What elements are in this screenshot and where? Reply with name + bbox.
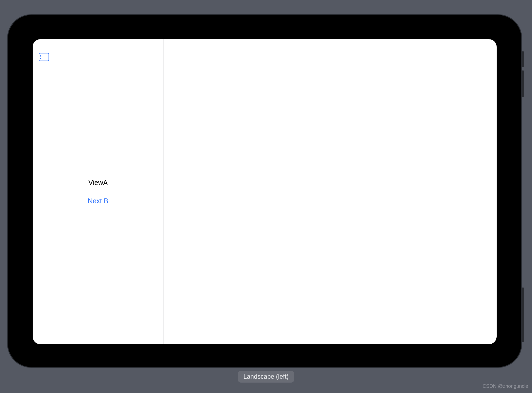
sidebar-toggle-button[interactable] xyxy=(38,51,50,63)
ipad-device-frame: ViewA Next B xyxy=(7,14,522,368)
sidebar-content: ViewA Next B xyxy=(33,179,163,205)
device-screen: ViewA Next B xyxy=(33,39,497,344)
sidebar-pane: ViewA Next B xyxy=(33,39,164,344)
orientation-label: Landscape (left) xyxy=(238,371,294,383)
watermark-text: CSDN @zhonguncle xyxy=(483,383,528,389)
detail-pane xyxy=(164,39,497,344)
view-title: ViewA xyxy=(33,179,163,187)
device-side-button xyxy=(522,287,524,342)
device-volume-button xyxy=(522,70,524,97)
next-link[interactable]: Next B xyxy=(33,197,163,205)
sidebar-left-icon xyxy=(39,53,49,61)
device-power-button xyxy=(522,51,524,67)
